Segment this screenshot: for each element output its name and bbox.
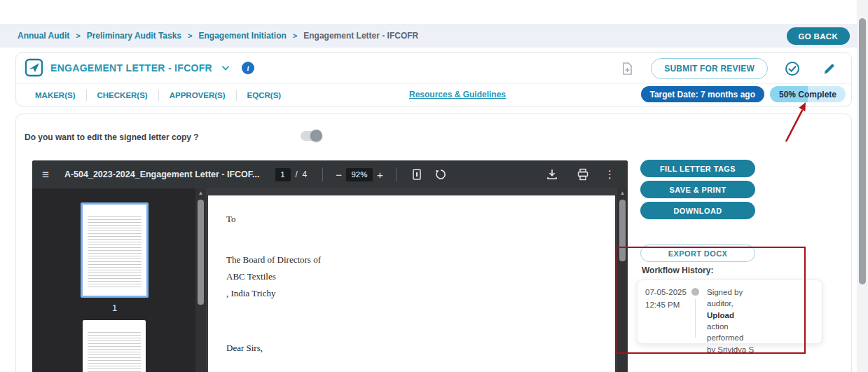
pdf-zoom-input[interactable] (346, 168, 373, 181)
content-card: Do you want to edit the signed letter co… (15, 113, 852, 372)
tab-eqcr[interactable]: EQCR(S) (237, 91, 292, 99)
header-card: ENGAGEMENT LETTER - IFCOFR i SUBMIT FOR … (15, 52, 852, 106)
document-page: To The Board of Directors of ABC Textile… (208, 195, 615, 372)
toggle-knob (310, 130, 322, 142)
breadcrumb-current: Engagement Letter - IFCOFR (303, 31, 418, 41)
submit-for-review-button[interactable]: SUBMIT FOR REVIEW (651, 58, 768, 79)
target-date-badge: Target Date: 7 months ago (641, 86, 764, 102)
resources-guidelines-link[interactable]: Resources & Guidelines (409, 90, 506, 99)
tab-approvers[interactable]: APPROVER(S) (159, 91, 236, 99)
thumbnail-page-1[interactable] (81, 202, 149, 298)
scrollbar-thumb[interactable] (619, 200, 626, 261)
scroll-up-icon[interactable]: ▲ (195, 190, 206, 196)
fit-page-icon[interactable] (411, 168, 423, 181)
thumbnail-page-2[interactable] (83, 320, 146, 372)
breadcrumb-separator: > (293, 32, 297, 40)
breadcrumb-separator: > (76, 32, 80, 40)
add-document-icon[interactable] (620, 62, 634, 76)
timeline-dot-icon (691, 288, 699, 296)
pdf-toolbar: ≡ A-504_2023-2024_Engagement Letter - IF… (32, 160, 628, 188)
breadcrumb: Annual Audit > Preliminary Audit Tasks >… (0, 24, 868, 48)
workflow-history-card: 07-05-2025 12:45 PM Signed by auditor, U… (637, 280, 822, 344)
go-back-button[interactable]: GO BACK (787, 27, 850, 45)
chevron-down-icon[interactable] (221, 63, 230, 73)
print-icon[interactable] (577, 168, 589, 181)
check-circle-icon[interactable] (785, 61, 800, 76)
header-actions: SUBMIT FOR REVIEW (614, 58, 841, 79)
pdf-thumbnail-pane: 1 (32, 188, 195, 372)
document-scrollbar: ▲ (617, 188, 628, 372)
edit-signed-letter-question: Do you want to edit the signed letter co… (25, 132, 199, 142)
pdf-toolbar-right: ⋮ (540, 168, 618, 181)
tab-makers[interactable]: MAKER(S) (25, 91, 86, 99)
toolbar-divider (322, 167, 323, 181)
scrollbar-thumb[interactable] (198, 200, 204, 305)
page-scrollbar-thumb[interactable] (859, 18, 866, 284)
progress-badge: 50% Complete (770, 86, 846, 102)
download-icon[interactable] (546, 168, 558, 181)
status-badges: Target Date: 7 months ago 50% Complete (641, 86, 846, 102)
tab-checkers[interactable]: CHECKER(S) (87, 91, 158, 99)
workflow-history-title: Workflow History: (642, 266, 713, 275)
page-title: ENGAGEMENT LETTER - IFCOFR (50, 62, 212, 74)
breadcrumb-item[interactable]: Preliminary Audit Tasks (87, 31, 181, 41)
thumbnail-content (88, 326, 141, 372)
document-line: Dear Sirs, (226, 343, 263, 354)
edit-pencil-icon[interactable] (822, 62, 836, 76)
pdf-viewer: ≡ A-504_2023-2024_Engagement Letter - IF… (32, 160, 628, 372)
thumbnail-1-label: 1 (81, 303, 149, 313)
toolbar-divider (396, 167, 397, 181)
fill-letter-tags-button[interactable]: FILL LETTER TAGS (640, 160, 755, 177)
zoom-in-icon[interactable]: + (373, 169, 387, 181)
pdf-menu-icon[interactable]: ≡ (42, 169, 49, 181)
more-options-icon[interactable]: ⋮ (602, 168, 618, 181)
workflow-entry-datetime: 07-05-2025 12:45 PM (645, 287, 687, 312)
workflow-entry-text: Signed by auditor, Upload action perform… (707, 287, 784, 355)
thumbnail-content (88, 211, 142, 289)
page-scrollbar (857, 0, 868, 372)
pdf-page-input[interactable] (275, 168, 291, 181)
engagement-letter-icon (25, 58, 43, 77)
document-line: To (226, 214, 236, 225)
pdf-document-pane: To The Board of Directors of ABC Textile… (206, 188, 617, 372)
download-button[interactable]: DOWNLOAD (640, 202, 755, 219)
thumbnail-scrollbar: ▲ (195, 188, 206, 372)
rotate-icon[interactable] (434, 168, 447, 181)
scroll-up-icon[interactable]: ▲ (617, 190, 628, 196)
pdf-document-title: A-504_2023-2024_Engagement Letter - IFCO… (64, 170, 260, 179)
pdf-page-count: / 4 (296, 170, 308, 179)
title-row: ENGAGEMENT LETTER - IFCOFR i (25, 58, 254, 77)
breadcrumb-item[interactable]: Annual Audit (18, 31, 69, 41)
document-line: The Board of Directors of (226, 254, 321, 266)
pdf-body: 1 ▲ To The Board of Directors of ABC Tex… (32, 188, 628, 372)
save-and-print-button[interactable]: SAVE & PRINT (640, 181, 755, 198)
breadcrumb-separator: > (188, 32, 192, 40)
timeline-line (695, 299, 696, 338)
zoom-out-icon[interactable]: − (331, 169, 346, 181)
export-docx-button[interactable]: EXPORT DOCX (640, 244, 755, 262)
breadcrumb-item[interactable]: Engagement Initiation (198, 31, 286, 41)
document-line: , India Trichy (226, 288, 275, 299)
document-line: ABC Textiles (226, 271, 276, 282)
info-icon[interactable]: i (242, 62, 254, 74)
edit-signed-letter-toggle[interactable] (301, 131, 322, 141)
